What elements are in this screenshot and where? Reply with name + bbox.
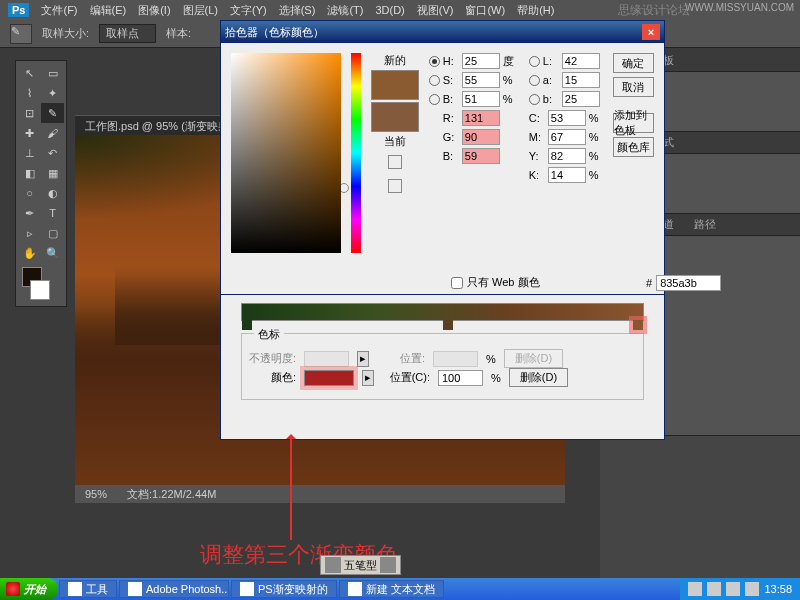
hex-label: # [646, 277, 652, 289]
eraser-tool[interactable]: ◧ [18, 163, 41, 183]
input-r[interactable] [462, 110, 500, 126]
brush-tool[interactable]: 🖌 [41, 123, 64, 143]
input-a[interactable] [562, 72, 600, 88]
move-tool[interactable]: ↖ [18, 63, 41, 83]
wand-tool[interactable]: ✦ [41, 83, 64, 103]
input-h[interactable] [462, 53, 500, 69]
input-l[interactable] [562, 53, 600, 69]
menu-help[interactable]: 帮助(H) [517, 3, 554, 18]
notepad-icon [348, 582, 362, 596]
type-tool[interactable]: T [41, 203, 64, 223]
windows-logo-icon [6, 582, 20, 596]
hand-tool[interactable]: ✋ [18, 243, 41, 263]
zoom-tool[interactable]: 🔍 [41, 243, 64, 263]
ime-btn-icon[interactable] [380, 557, 396, 573]
menu-filter[interactable]: 滤镜(T) [327, 3, 363, 18]
tray-icon[interactable] [688, 582, 702, 596]
menu-view[interactable]: 视图(V) [417, 3, 454, 18]
hue-slider[interactable] [351, 53, 361, 253]
menu-edit[interactable]: 编辑(E) [90, 3, 127, 18]
task-item[interactable]: Adobe Photosh... [119, 580, 229, 598]
ime-toolbar[interactable]: 五笔型 [320, 555, 401, 575]
stamp-tool[interactable]: ⊥ [18, 143, 41, 163]
gradient-tool[interactable]: ▦ [41, 163, 64, 183]
pen-tool[interactable]: ✒ [18, 203, 41, 223]
color-swatches [18, 263, 54, 304]
radio-bb[interactable] [529, 94, 540, 105]
menu-file[interactable]: 文件(F) [41, 3, 77, 18]
menu-3d[interactable]: 3D(D) [375, 4, 404, 16]
ime-icon[interactable] [325, 557, 341, 573]
menu-layer[interactable]: 图层(L) [183, 3, 218, 18]
system-tray[interactable]: 13:58 [680, 578, 800, 600]
color-field[interactable] [231, 53, 341, 253]
input-bv[interactable] [462, 91, 500, 107]
heal-tool[interactable]: ✚ [18, 123, 41, 143]
color-dropdown-icon[interactable]: ▸ [362, 370, 374, 386]
add-swatch-button[interactable]: 添加到色板 [613, 113, 654, 133]
path-tool[interactable]: ▹ [18, 223, 41, 243]
sample-size-dropdown[interactable]: 取样点 [99, 24, 156, 43]
task-item[interactable]: PS渐变映射的 [231, 580, 337, 598]
radio-b[interactable] [429, 94, 440, 105]
start-button[interactable]: 开始 [0, 578, 58, 600]
color-lib-button[interactable]: 颜色库 [613, 137, 654, 157]
dodge-tool[interactable]: ◐ [41, 183, 64, 203]
menu-select[interactable]: 选择(S) [279, 3, 316, 18]
crop-tool[interactable]: ⊡ [18, 103, 41, 123]
folder-icon [68, 582, 82, 596]
eyedropper-tool[interactable]: ✎ [41, 103, 64, 123]
zoom-level[interactable]: 95% [85, 488, 107, 500]
menu-type[interactable]: 文字(Y) [230, 3, 267, 18]
input-c[interactable] [548, 110, 586, 126]
current-color-preview[interactable] [371, 102, 419, 132]
new-label: 新的 [384, 53, 406, 68]
opacity-label: 不透明度: [248, 351, 296, 366]
color-swatch[interactable] [304, 370, 354, 386]
gradient-stop-2[interactable] [443, 320, 453, 330]
shape-tool[interactable]: ▢ [41, 223, 64, 243]
tray-icon[interactable] [707, 582, 721, 596]
input-s[interactable] [462, 72, 500, 88]
input-bb[interactable] [462, 148, 500, 164]
background-color[interactable] [30, 280, 50, 300]
lasso-tool[interactable]: ⌇ [18, 83, 41, 103]
history-tool[interactable]: ↶ [41, 143, 64, 163]
ok-button[interactable]: 确定 [613, 53, 654, 73]
picker-titlebar[interactable]: 拾色器（色标颜色） × [221, 21, 664, 43]
opacity-input [304, 351, 349, 367]
color-label: 颜色: [248, 370, 296, 385]
input-bb2[interactable] [562, 91, 600, 107]
gradient-stop-3[interactable] [633, 320, 643, 330]
blur-tool[interactable]: ○ [18, 183, 41, 203]
cube-icon[interactable] [388, 155, 402, 169]
tray-icon[interactable] [745, 582, 759, 596]
close-icon[interactable]: × [642, 24, 660, 40]
location2-input[interactable] [438, 370, 483, 386]
radio-a[interactable] [529, 75, 540, 86]
eyedropper-icon[interactable]: ✎ [10, 24, 32, 44]
radio-l[interactable] [529, 56, 540, 67]
menu-image[interactable]: 图像(I) [138, 3, 170, 18]
gradient-bar[interactable] [241, 303, 644, 321]
delete-color-button[interactable]: 删除(D) [509, 368, 568, 387]
tab-paths[interactable]: 路径 [684, 214, 726, 235]
clock[interactable]: 13:58 [764, 583, 792, 595]
radio-h[interactable] [429, 56, 440, 67]
gradient-stop-1[interactable] [242, 320, 252, 330]
input-k[interactable] [548, 167, 586, 183]
input-y[interactable] [548, 148, 586, 164]
websafe-icon[interactable] [388, 179, 402, 193]
menu-window[interactable]: 窗口(W) [465, 3, 505, 18]
delete-opacity-button: 删除(D) [504, 349, 563, 368]
cancel-button[interactable]: 取消 [613, 77, 654, 97]
input-g[interactable] [462, 129, 500, 145]
radio-s[interactable] [429, 75, 440, 86]
hex-input[interactable] [656, 275, 721, 291]
input-m[interactable] [548, 129, 586, 145]
task-item[interactable]: 工具 [59, 580, 117, 598]
tray-icon[interactable] [726, 582, 740, 596]
task-item[interactable]: 新建 文本文档 [339, 580, 444, 598]
marquee-tool[interactable]: ▭ [41, 63, 64, 83]
webonly-checkbox[interactable]: 只有 Web 颜色 [451, 275, 540, 290]
